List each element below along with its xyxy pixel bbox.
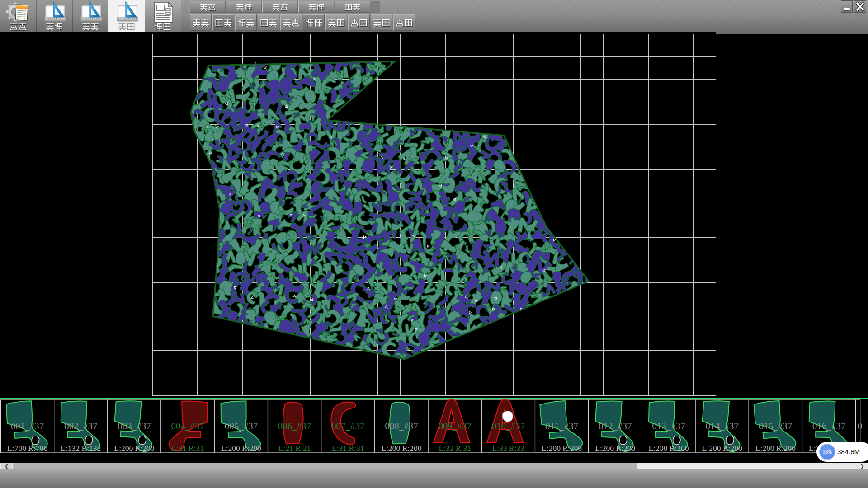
svg-text:L:700 R:700: L:700 R:700 (7, 444, 47, 453)
svg-text:L:200 R:200: L:200 R:200 (755, 444, 796, 453)
svg-text:L:200 R:200: L:200 R:200 (595, 444, 635, 453)
svg-text:L:200 R:200: L:200 R:200 (221, 444, 261, 453)
svg-text:L:33 R:33: L:33 R:33 (492, 444, 525, 453)
svg-text:003_#37: 003_#37 (118, 421, 151, 432)
svg-text:006_#37: 006_#37 (278, 421, 311, 432)
svg-text:L:200 R:200: L:200 R:200 (114, 444, 155, 453)
svg-text:014_#37: 014_#37 (705, 421, 739, 432)
svg-text:008_#37: 008_#37 (385, 421, 418, 432)
svg-text:004_#37: 004_#37 (171, 421, 204, 432)
svg-text:002_#37: 002_#37 (64, 421, 98, 432)
svg-text:012_#37: 012_#37 (599, 421, 632, 432)
svg-text:L:200 R:200: L:200 R:200 (702, 444, 742, 453)
svg-text:013_#37: 013_#37 (652, 421, 685, 432)
svg-text:010_#37: 010_#37 (492, 421, 525, 432)
svg-text:007_#37: 007_#37 (331, 421, 365, 432)
svg-text:005_#37: 005_#37 (225, 421, 258, 432)
svg-text:L:132 R:132: L:132 R:132 (61, 444, 101, 453)
svg-text:001_#37: 001_#37 (11, 421, 44, 432)
svg-text:016_#37: 016_#37 (812, 421, 846, 432)
svg-text:L:21 R:21: L:21 R:21 (278, 444, 311, 453)
svg-text:0: 0 (858, 421, 863, 432)
svg-text:L:200 R:200: L:200 R:200 (542, 444, 582, 453)
svg-text:L:32 R:31: L:32 R:31 (439, 444, 471, 453)
svg-text:L:200 R:200: L:200 R:200 (649, 444, 689, 453)
svg-text:015_#37: 015_#37 (759, 421, 793, 432)
svg-text:L:200 R:200: L:200 R:200 (382, 444, 422, 453)
svg-text:009_#37: 009_#37 (438, 421, 472, 432)
svg-text:011_#37: 011_#37 (545, 421, 578, 432)
svg-text:L:31 R:31: L:31 R:31 (332, 444, 364, 453)
svg-text:L:31 R:31: L:31 R:31 (171, 444, 203, 453)
